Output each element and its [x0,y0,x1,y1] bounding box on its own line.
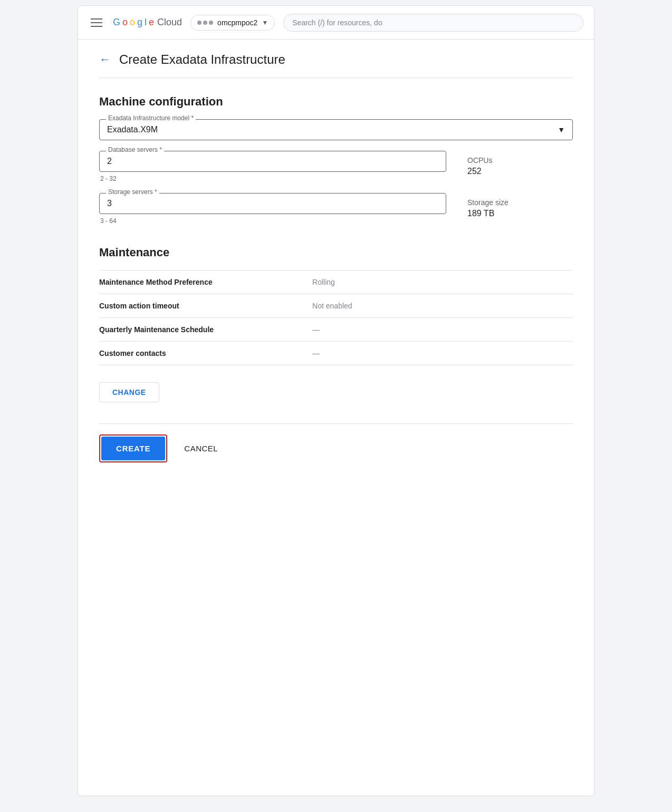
infra-model-label: Exadata Infrastructure model * [106,114,196,122]
ocpus-info: OCPUs 252 [467,151,573,176]
project-selector[interactable]: omcpmpoc2 ▼ [190,15,275,31]
project-name: omcpmpoc2 [217,18,257,27]
project-dots-icon [197,21,213,25]
storage-servers-input[interactable]: Storage servers * 3 [99,193,446,214]
maintenance-table: Maintenance Method PreferenceRollingCust… [99,270,573,365]
page-content: ← Create Exadata Infrastructure Machine … [78,40,594,796]
google-cloud-logo: Google Cloud [113,17,182,28]
maintenance-row-label: Maintenance Method Preference [99,270,312,294]
infra-model-dropdown-icon: ▼ [558,125,565,134]
db-servers-hint: 2 - 32 [99,175,446,182]
db-servers-row: Database servers * 2 2 - 32 OCPUs 252 [99,151,573,182]
infra-model-value: Exadata.X9M [107,125,158,134]
top-bar: Google Cloud omcpmpoc2 ▼ Search (/) for … [78,6,594,40]
maintenance-row-value: Not enabled [312,294,573,318]
search-placeholder: Search (/) for resources, do [292,18,382,27]
change-button-row: CHANGE [99,382,573,402]
maintenance-row-value: — [312,318,573,342]
maintenance-row: Maintenance Method PreferenceRolling [99,270,573,294]
back-arrow-icon: ← [99,53,111,66]
maintenance-row-value: — [312,342,573,365]
storage-size-info: Storage size 189 TB [467,193,573,218]
db-servers-label: Database servers * [106,146,164,153]
storage-servers-hint: 3 - 64 [99,217,446,225]
storage-servers-row: Storage servers * 3 3 - 64 Storage size … [99,193,573,225]
project-chevron-icon: ▼ [262,19,268,26]
storage-servers-label: Storage servers * [106,188,159,196]
create-button-wrapper: CREATE [99,434,167,462]
db-servers-value: 2 [107,157,112,166]
ocpus-label: OCPUs [467,156,573,165]
db-servers-input[interactable]: Database servers * 2 [99,151,446,172]
storage-servers-field: Storage servers * 3 3 - 64 [99,193,446,225]
infra-model-dropdown[interactable]: Exadata Infrastructure model * Exadata.X… [99,119,573,140]
menu-icon[interactable] [89,16,104,29]
maintenance-section: Maintenance Maintenance Method Preferenc… [99,246,573,402]
maintenance-row-label: Customer contacts [99,342,312,365]
ocpus-value: 252 [467,167,573,176]
page-title: Create Exadata Infrastructure [119,52,285,67]
infra-model-field: Exadata Infrastructure model * Exadata.X… [99,119,573,140]
maintenance-row: Customer contacts— [99,342,573,365]
back-nav: ← Create Exadata Infrastructure [99,40,573,78]
create-button[interactable]: CREATE [101,437,165,460]
maintenance-row: Quarterly Maintenance Schedule— [99,318,573,342]
cancel-button[interactable]: CANCEL [180,439,222,458]
db-servers-field: Database servers * 2 2 - 32 [99,151,446,182]
maintenance-row-label: Quarterly Maintenance Schedule [99,318,312,342]
main-window: Google Cloud omcpmpoc2 ▼ Search (/) for … [78,5,594,796]
maintenance-row-label: Custom action timeout [99,294,312,318]
storage-servers-value: 3 [107,199,112,208]
maintenance-heading: Maintenance [99,246,573,259]
search-bar[interactable]: Search (/) for resources, do [283,14,583,32]
storage-size-label: Storage size [467,198,573,207]
bottom-actions: CREATE CANCEL [99,423,573,462]
machine-config-section: Machine configuration Exadata Infrastruc… [99,95,573,225]
back-button[interactable]: ← [99,53,111,66]
machine-config-heading: Machine configuration [99,95,573,109]
change-button[interactable]: CHANGE [99,382,159,402]
maintenance-row: Custom action timeoutNot enabled [99,294,573,318]
maintenance-row-value: Rolling [312,270,573,294]
storage-size-value: 189 TB [467,209,573,218]
